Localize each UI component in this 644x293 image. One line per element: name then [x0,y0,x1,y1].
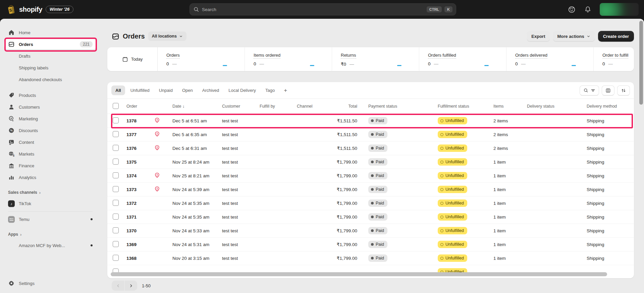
row-checkbox[interactable] [113,131,119,137]
sidebar-section-sales-channels[interactable]: Sales channels› [4,188,97,196]
sidebar-item-shipping-labels[interactable]: Shipping labels [4,63,97,73]
metric-orders-fulfilled[interactable]: Orders fulfilled0— [419,47,506,71]
column-header-customer[interactable]: Customer [222,104,260,109]
row-checkbox[interactable] [113,200,119,206]
row-checkbox[interactable] [113,214,119,220]
sidebar-item-content[interactable]: Content [4,137,97,147]
payment-status-cell: Paid [368,227,438,234]
notifications-bell-icon[interactable] [584,6,592,13]
column-header-delivery-method[interactable]: Delivery method [587,104,634,109]
column-header-items[interactable]: Items [493,104,527,109]
global-search[interactable]: CTRL K [190,3,456,15]
column-header-delivery-status[interactable]: Delivery status [527,104,587,109]
customer-name: test test [222,132,260,137]
table-row-order-1375[interactable]: 1375Nov 25 at 8:24 amtest test₹1,799.00P… [107,155,634,169]
tab-all[interactable]: All [111,85,125,95]
sidekick-icon[interactable] [568,5,576,14]
tab-unpaid[interactable]: Unpaid [155,85,177,95]
sidebar-item-discounts[interactable]: %Discounts [4,125,97,135]
row-checkbox[interactable] [113,172,119,178]
sort-button[interactable] [617,85,630,96]
add-view-button[interactable]: + [280,85,291,96]
table-row-order-1373[interactable]: 1373Nov 24 at 5:39 amtest test₹1,799.00P… [107,183,634,196]
create-order-button[interactable]: Create order [598,31,634,42]
tab-unfulfilled[interactable]: Unfulfilled [126,85,154,95]
column-header-total[interactable]: Total [334,104,357,109]
sidebar-item-temu[interactable]: ENJOTEMUTemu [4,214,97,224]
date-range-filter[interactable]: Today [107,47,158,71]
store-avatar[interactable] [600,3,639,16]
sidebar-item-orders[interactable]: Orders221 [4,39,97,49]
metric-orders[interactable]: Orders0— [158,47,245,71]
column-header-payment-status[interactable]: Payment status [368,104,438,109]
sidebar-item-amazon-mcf-by-web[interactable]: Amazon MCF by Web... [4,240,97,250]
sidebar-item-customers[interactable]: Customers [4,102,97,112]
table-row-order-1369[interactable]: 1369Nov 24 at 5:31 amtest test₹1,799.00P… [107,238,634,251]
column-header-order[interactable]: Order [126,104,172,109]
table-row-order-1368[interactable]: 1368Nov 20 at 3:15 amtest test₹1,799.00P… [107,251,634,265]
row-checkbox[interactable] [113,241,119,247]
sidebar-item-home[interactable]: Home [4,27,97,38]
paid-dot-icon [371,174,374,177]
search-filter-button[interactable] [580,85,599,96]
delivery-method: Shipping [587,187,634,192]
tab-tago[interactable]: Tago [261,85,279,95]
tab-local-delivery[interactable]: Local Delivery [224,85,260,95]
metric-items-ordered[interactable]: Items ordered0— [245,47,332,71]
row-checkbox[interactable] [113,117,119,123]
paid-dot-icon [371,216,374,218]
next-page-button[interactable] [124,281,137,291]
column-header-channel[interactable]: Channel [297,104,334,109]
table-row-order-1372[interactable]: 1372Nov 24 at 5:35 amtest test₹1,799.00P… [107,196,634,210]
sidebar-item-tiktok[interactable]: ♪TikTok [4,198,97,209]
shopify-wordmark: shopify [19,6,42,13]
tab-archived[interactable]: Archived [198,85,223,95]
sidebar-item-drafts[interactable]: Drafts [4,51,97,61]
table-row-order-1377[interactable]: 1377Dec 5 at 6:35 amtest test₹1,511.50Pa… [107,128,634,141]
sidebar-section-apps[interactable]: Apps› [4,230,97,238]
unfulfilled-ring-icon [440,119,443,122]
more-actions-button[interactable]: More actions [553,31,595,41]
location-filter-button[interactable]: All locations [148,32,186,41]
row-checkbox[interactable] [113,186,119,192]
row-checkbox[interactable] [113,255,119,261]
horizontal-scrollbar[interactable] [111,272,607,276]
table-row-order-1371[interactable]: 1371Nov 24 at 5:35 amtest test₹1,799.00P… [107,210,634,224]
tab-open[interactable]: Open [178,85,197,95]
sidebar-item-settings[interactable]: Settings [4,278,97,288]
payment-status-label: Paid [376,201,384,206]
sidebar-item-products[interactable]: Products [4,90,97,100]
sidebar-item-marketing[interactable]: Marketing [4,114,97,124]
table-row-order-1378[interactable]: 1378Dec 5 at 6:51 amtest test₹1,511.50Pa… [107,114,634,128]
columns-button[interactable] [602,85,614,96]
row-checkbox[interactable] [113,145,119,151]
order-total: ₹1,799.00 [334,214,357,220]
column-header-fulfillment-status[interactable]: Fulfillment status [438,104,493,109]
table-row[interactable]: Unfulfilled [107,265,634,278]
search-input[interactable] [202,7,424,12]
metric-label: Orders fulfilled [428,53,456,59]
vertical-scrollbar[interactable] [639,21,643,105]
sidebar-item-finance[interactable]: Finance [4,161,97,171]
sidebar-item-abandoned-checkouts[interactable]: Abandoned checkouts [4,74,97,84]
metric-order-to-fulfill[interactable]: Order to fulfill0— [594,47,634,71]
sidebar-item-label: Abandoned checkouts [19,77,62,82]
metric-orders-delivered[interactable]: Orders delivered0— [506,47,594,71]
export-button[interactable]: Export [527,31,549,41]
fulfillment-status-label: Unfulfilled [445,242,464,247]
column-header-date[interactable]: Date ↓ [172,104,222,109]
order-date: Nov 24 at 5:31 am [172,242,222,247]
row-checkbox[interactable] [113,227,119,233]
row-checkbox[interactable] [113,159,119,165]
sidebar-item-analytics[interactable]: Analytics [4,172,97,182]
table-row-order-1376[interactable]: 1376Dec 5 at 6:31 amtest test₹1,511.50Pa… [107,141,634,155]
select-all-checkbox[interactable] [113,103,119,109]
column-header-fulfill-by[interactable]: Fulfill by [260,104,297,109]
table-row-order-1374[interactable]: 1374Nov 25 at 8:21 amtest test₹1,799.00P… [107,169,634,183]
markets-icon: $ [8,151,15,157]
previous-page-button[interactable] [112,281,124,291]
sidebar-item-markets[interactable]: $Markets [4,149,97,159]
metric-returns[interactable]: Returns₹0— [332,47,419,71]
order-number: 1376 [126,146,154,151]
table-row-order-1370[interactable]: 1370Nov 24 at 5:33 amtest test₹1,799.00P… [107,224,634,238]
